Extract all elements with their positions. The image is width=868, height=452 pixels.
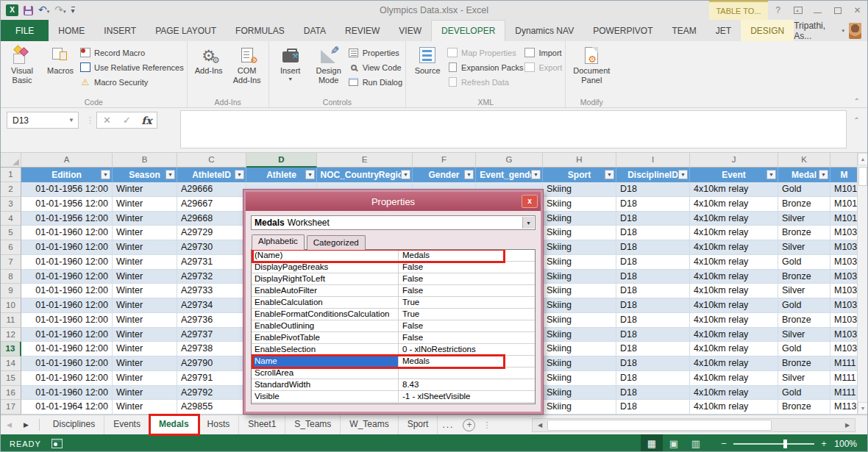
cell[interactable]: Bronze bbox=[778, 197, 830, 212]
property-row[interactable]: EnablePivotTableFalse bbox=[252, 332, 535, 344]
cell[interactable]: 01-01-1960 12:00 bbox=[21, 313, 113, 328]
cell[interactable]: Winter bbox=[113, 342, 177, 356]
cell[interactable]: Skiing bbox=[543, 182, 616, 197]
property-row[interactable]: (Name)Medals bbox=[252, 250, 535, 262]
table-header-edition[interactable]: Edition▼ bbox=[21, 168, 113, 182]
formula-input[interactable] bbox=[180, 110, 847, 148]
help-button[interactable]: ? bbox=[768, 1, 788, 20]
row-header-13[interactable]: 13 bbox=[1, 342, 21, 356]
filter-dropdown-icon[interactable]: ▼ bbox=[605, 170, 614, 179]
table-header-noc-countryregion[interactable]: NOC_CountryRegion▼ bbox=[317, 168, 413, 182]
cell[interactable]: A29731 bbox=[177, 255, 246, 270]
property-value[interactable]: False bbox=[399, 285, 535, 296]
cell[interactable]: 4x10km relay bbox=[690, 197, 778, 212]
ribbon-tab-formulas[interactable]: FORMULAS bbox=[226, 20, 294, 41]
cell[interactable]: M111 bbox=[830, 371, 858, 386]
column-header-E[interactable]: E bbox=[317, 153, 413, 168]
property-value[interactable]: Medals bbox=[399, 356, 535, 367]
row-header-6[interactable]: 6 bbox=[1, 240, 21, 255]
select-all-corner[interactable] bbox=[1, 153, 21, 168]
cell[interactable]: Winter bbox=[113, 298, 177, 313]
cell[interactable]: D18 bbox=[616, 255, 690, 270]
cell[interactable]: A29790 bbox=[177, 356, 246, 371]
cell[interactable]: M103 bbox=[830, 270, 858, 284]
cell[interactable]: Gold bbox=[778, 386, 830, 401]
property-row[interactable]: NameMedals bbox=[252, 356, 535, 367]
cell[interactable]: M103 bbox=[830, 255, 858, 270]
sheet-tab-sheet1[interactable]: Sheet1 bbox=[239, 415, 285, 434]
account-name[interactable]: Tripathi, As... bbox=[794, 21, 837, 41]
addins-button[interactable]: ⚙⚙ Add-Ins bbox=[191, 43, 227, 93]
property-key[interactable]: DisplayRightToLeft bbox=[252, 273, 399, 284]
cell[interactable]: A29792 bbox=[177, 386, 246, 401]
cell[interactable]: Silver bbox=[778, 328, 830, 342]
cell[interactable]: Bronze bbox=[778, 356, 830, 371]
cell[interactable]: D18 bbox=[616, 212, 690, 226]
cell[interactable]: 4x10km relay bbox=[690, 356, 778, 371]
filter-dropdown-icon[interactable]: ▼ bbox=[766, 170, 776, 179]
zoom-out-button[interactable]: − bbox=[717, 438, 730, 449]
property-key[interactable]: DisplayPageBreaks bbox=[252, 262, 399, 273]
cell[interactable]: Skiing bbox=[543, 400, 616, 415]
cell[interactable]: Skiing bbox=[543, 240, 616, 255]
column-header-B[interactable]: B bbox=[113, 153, 177, 168]
sheet-nav-left-icon[interactable]: ◀ bbox=[1, 421, 18, 428]
table-header-season[interactable]: Season▼ bbox=[113, 168, 177, 182]
ribbon-tab-home[interactable]: HOME bbox=[49, 20, 94, 41]
column-header-J[interactable]: J bbox=[690, 153, 778, 168]
property-row[interactable]: DisplayRightToLeftFalse bbox=[252, 273, 535, 285]
cell[interactable]: M101 bbox=[830, 197, 858, 212]
refresh-data-button[interactable]: Refresh Data bbox=[447, 77, 523, 87]
cell[interactable]: 01-01-1960 12:00 bbox=[21, 284, 113, 298]
cell[interactable]: Winter bbox=[113, 226, 177, 240]
property-key[interactable]: EnableCalculation bbox=[252, 297, 399, 308]
cell[interactable]: D18 bbox=[616, 356, 690, 371]
cell[interactable]: A29729 bbox=[177, 226, 246, 240]
cell[interactable]: Winter bbox=[113, 270, 177, 284]
cell[interactable]: Silver bbox=[778, 240, 830, 255]
scroll-up-icon[interactable]: ▲ bbox=[858, 153, 868, 165]
row-header-2[interactable]: 2 bbox=[1, 182, 21, 197]
source-button[interactable]: Source bbox=[409, 43, 446, 93]
horizontal-scroll-thumb[interactable] bbox=[547, 420, 772, 431]
ribbon-tab-page-layout[interactable]: PAGE LAYOUT bbox=[146, 20, 226, 41]
cell[interactable]: 4x10km relay bbox=[690, 313, 778, 328]
document-panel-button[interactable]: Document Panel bbox=[569, 43, 614, 93]
cell[interactable]: Bronze bbox=[778, 226, 830, 240]
ribbon-tab-team[interactable]: TEAM bbox=[663, 20, 706, 41]
vertical-scroll-thumb[interactable] bbox=[858, 167, 867, 186]
minimize-button[interactable] bbox=[808, 1, 828, 20]
row-header-15[interactable]: 15 bbox=[1, 371, 21, 386]
cell[interactable]: D18 bbox=[616, 284, 690, 298]
cell[interactable]: M101 bbox=[830, 182, 858, 197]
cell[interactable]: 4x10km relay bbox=[690, 386, 778, 401]
cell[interactable]: 01-01-1956 12:00 bbox=[21, 182, 113, 197]
cell[interactable]: M103 bbox=[830, 298, 858, 313]
cell[interactable]: D18 bbox=[616, 342, 690, 356]
row-header-9[interactable]: 9 bbox=[1, 284, 21, 298]
property-value[interactable]: False bbox=[399, 332, 535, 343]
table-header-disciplineid[interactable]: DisciplineID▼ bbox=[616, 168, 690, 182]
scroll-left-icon[interactable]: ◀ bbox=[533, 419, 547, 431]
insert-control-button[interactable]: Insert ▼ bbox=[272, 43, 309, 93]
ribbon-tab-developer[interactable]: DEVELOPER bbox=[431, 20, 505, 41]
row-header-14[interactable]: 14 bbox=[1, 356, 21, 371]
ribbon-tab-review[interactable]: REVIEW bbox=[335, 20, 389, 41]
row-header-16[interactable]: 16 bbox=[1, 386, 21, 401]
property-row[interactable]: EnableOutliningFalse bbox=[252, 320, 535, 332]
dropdown-arrow-icon[interactable]: ▼ bbox=[522, 217, 534, 229]
cell[interactable]: A29736 bbox=[177, 313, 246, 328]
cell[interactable]: 4x10km relay bbox=[690, 182, 778, 197]
cell[interactable]: 01-01-1964 12:00 bbox=[21, 400, 113, 415]
filter-dropdown-icon[interactable]: ▼ bbox=[531, 170, 541, 179]
com-addins-button[interactable]: ⚙ COM Add-Ins bbox=[229, 43, 266, 93]
zoom-in-button[interactable]: + bbox=[817, 438, 830, 449]
property-row[interactable]: DisplayPageBreaksFalse bbox=[252, 262, 535, 273]
ribbon-tab-powerpivot[interactable]: POWERPIVOT bbox=[583, 20, 662, 41]
cell[interactable]: M101 bbox=[830, 212, 858, 226]
ribbon-tab-insert[interactable]: INSERT bbox=[94, 20, 146, 41]
column-header-H[interactable]: H bbox=[543, 153, 616, 168]
save-icon[interactable] bbox=[24, 6, 33, 15]
cell[interactable]: Gold bbox=[778, 298, 830, 313]
property-key[interactable]: ScrollArea bbox=[252, 367, 399, 379]
